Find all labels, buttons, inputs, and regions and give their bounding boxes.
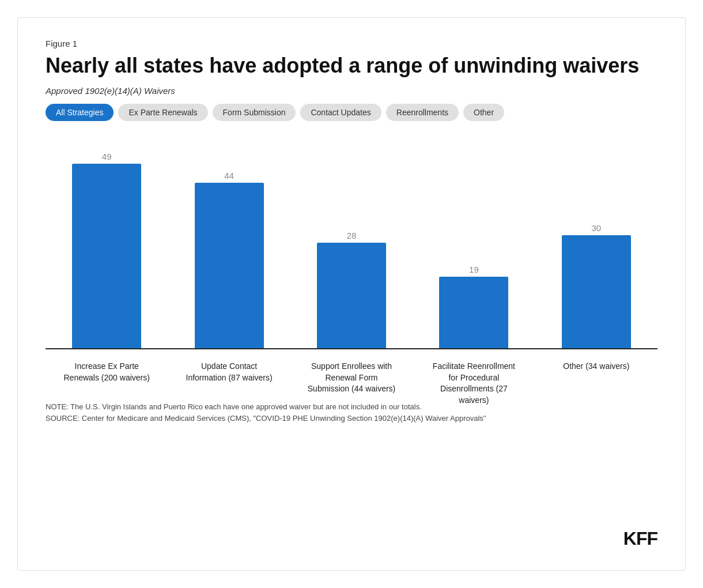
- kff-logo: KFF: [623, 528, 657, 549]
- bar-value-3: 19: [469, 265, 479, 274]
- bar-group-0: 49: [46, 142, 168, 348]
- chart-subtitle: Approved 1902(e)(14)(A) Waivers: [46, 86, 657, 96]
- bar-rect-1: [195, 183, 264, 348]
- bar-group-4: 30: [535, 142, 657, 348]
- bar-rect-4: [562, 235, 631, 348]
- bar-group-3: 19: [413, 142, 535, 348]
- filter-btn-contact-updates[interactable]: Contact Updates: [300, 104, 381, 121]
- bar-rect-3: [439, 277, 508, 348]
- bar-label-cell-3: Facilitate Reenrollment for Procedural D…: [413, 354, 535, 406]
- bar-value-0: 49: [102, 152, 112, 161]
- filter-btn-ex-parte[interactable]: Ex Parte Renewals: [118, 104, 207, 121]
- bar-group-1: 44: [168, 142, 290, 348]
- bar-label-1: Update Contact Information (87 waivers): [183, 361, 275, 406]
- bar-value-1: 44: [224, 171, 234, 180]
- bar-value-4: 30: [591, 223, 601, 233]
- figure-label: Figure 1: [46, 39, 657, 48]
- source-text: SOURCE: Center for Medicare and Medicaid…: [46, 413, 541, 424]
- filter-btn-form-submission[interactable]: Form Submission: [213, 104, 296, 121]
- bar-label-4: Other (34 waivers): [563, 361, 629, 406]
- chart-title: Nearly all states have adopted a range o…: [46, 53, 657, 78]
- labels-row: Increase Ex Parte Renewals (200 waivers)…: [46, 354, 657, 406]
- bar-label-0: Increase Ex Parte Renewals (200 waivers): [61, 361, 153, 406]
- filter-btn-reenrollments[interactable]: Reenrollments: [386, 104, 459, 121]
- bar-value-2: 28: [347, 231, 357, 240]
- filter-btn-all[interactable]: All Strategies: [46, 104, 114, 121]
- bar-rect-2: [317, 243, 386, 348]
- bar-label-3: Facilitate Reenrollment for Procedural D…: [428, 361, 520, 406]
- filter-buttons-group: All StrategiesEx Parte RenewalsForm Subm…: [46, 104, 657, 121]
- bar-label-cell-4: Other (34 waivers): [535, 354, 657, 406]
- bar-label-cell-1: Update Contact Information (87 waivers): [168, 354, 290, 406]
- bar-rect-0: [72, 164, 141, 348]
- filter-btn-other[interactable]: Other: [463, 104, 504, 121]
- bar-group-2: 28: [290, 142, 413, 348]
- bars-container: 4944281930: [46, 142, 657, 349]
- chart-card: Figure 1 Nearly all states have adopted …: [17, 17, 686, 571]
- bar-label-cell-2: Support Enrollees with Renewal Form Subm…: [290, 354, 413, 406]
- chart-area: 4944281930 Increase Ex Parte Renewals (2…: [46, 142, 657, 384]
- bar-label-cell-0: Increase Ex Parte Renewals (200 waivers): [46, 354, 168, 406]
- bar-label-2: Support Enrollees with Renewal Form Subm…: [305, 361, 398, 406]
